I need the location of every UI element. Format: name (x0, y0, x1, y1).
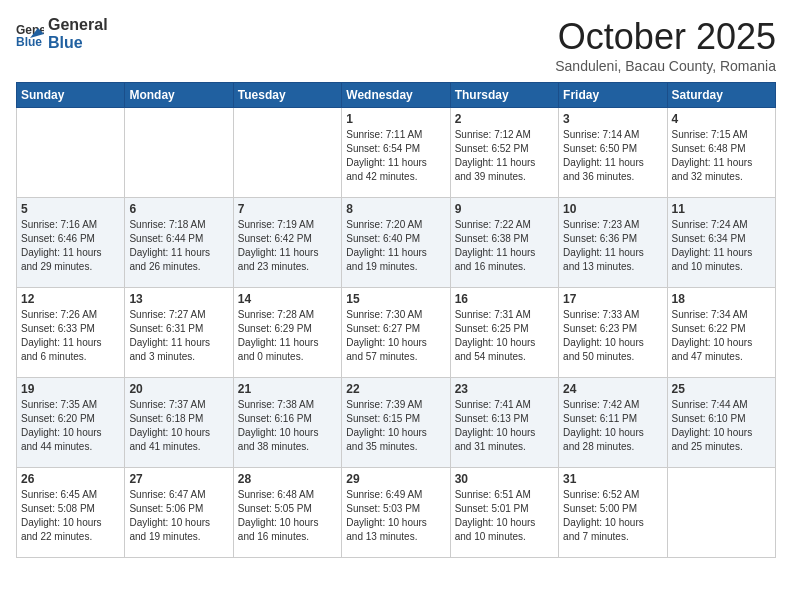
week-row-1: 1Sunrise: 7:11 AM Sunset: 6:54 PM Daylig… (17, 108, 776, 198)
title-area: October 2025 Sanduleni, Bacau County, Ro… (555, 16, 776, 74)
day-number: 8 (346, 202, 445, 216)
day-number: 2 (455, 112, 554, 126)
day-cell-17: 17Sunrise: 7:33 AM Sunset: 6:23 PM Dayli… (559, 288, 667, 378)
day-cell-15: 15Sunrise: 7:30 AM Sunset: 6:27 PM Dayli… (342, 288, 450, 378)
day-info: Sunrise: 7:38 AM Sunset: 6:16 PM Dayligh… (238, 398, 337, 454)
day-cell-31: 31Sunrise: 6:52 AM Sunset: 5:00 PM Dayli… (559, 468, 667, 558)
month-title: October 2025 (555, 16, 776, 58)
day-info: Sunrise: 7:28 AM Sunset: 6:29 PM Dayligh… (238, 308, 337, 364)
day-number: 29 (346, 472, 445, 486)
empty-cell (233, 108, 341, 198)
day-cell-30: 30Sunrise: 6:51 AM Sunset: 5:01 PM Dayli… (450, 468, 558, 558)
day-number: 15 (346, 292, 445, 306)
day-cell-26: 26Sunrise: 6:45 AM Sunset: 5:08 PM Dayli… (17, 468, 125, 558)
day-number: 4 (672, 112, 771, 126)
day-number: 21 (238, 382, 337, 396)
week-row-5: 26Sunrise: 6:45 AM Sunset: 5:08 PM Dayli… (17, 468, 776, 558)
day-cell-18: 18Sunrise: 7:34 AM Sunset: 6:22 PM Dayli… (667, 288, 775, 378)
day-number: 28 (238, 472, 337, 486)
logo: General Blue General Blue (16, 16, 108, 51)
location-subtitle: Sanduleni, Bacau County, Romania (555, 58, 776, 74)
day-cell-9: 9Sunrise: 7:22 AM Sunset: 6:38 PM Daylig… (450, 198, 558, 288)
day-number: 12 (21, 292, 120, 306)
day-cell-14: 14Sunrise: 7:28 AM Sunset: 6:29 PM Dayli… (233, 288, 341, 378)
day-number: 18 (672, 292, 771, 306)
logo-general-text: General (48, 16, 108, 34)
day-cell-24: 24Sunrise: 7:42 AM Sunset: 6:11 PM Dayli… (559, 378, 667, 468)
day-number: 20 (129, 382, 228, 396)
day-cell-2: 2Sunrise: 7:12 AM Sunset: 6:52 PM Daylig… (450, 108, 558, 198)
day-number: 27 (129, 472, 228, 486)
day-cell-3: 3Sunrise: 7:14 AM Sunset: 6:50 PM Daylig… (559, 108, 667, 198)
page-header: General Blue General Blue October 2025 S… (16, 16, 776, 74)
weekday-header-wednesday: Wednesday (342, 83, 450, 108)
day-cell-29: 29Sunrise: 6:49 AM Sunset: 5:03 PM Dayli… (342, 468, 450, 558)
day-number: 6 (129, 202, 228, 216)
day-cell-6: 6Sunrise: 7:18 AM Sunset: 6:44 PM Daylig… (125, 198, 233, 288)
day-cell-8: 8Sunrise: 7:20 AM Sunset: 6:40 PM Daylig… (342, 198, 450, 288)
day-cell-27: 27Sunrise: 6:47 AM Sunset: 5:06 PM Dayli… (125, 468, 233, 558)
day-cell-10: 10Sunrise: 7:23 AM Sunset: 6:36 PM Dayli… (559, 198, 667, 288)
day-info: Sunrise: 7:34 AM Sunset: 6:22 PM Dayligh… (672, 308, 771, 364)
day-info: Sunrise: 6:48 AM Sunset: 5:05 PM Dayligh… (238, 488, 337, 544)
day-cell-20: 20Sunrise: 7:37 AM Sunset: 6:18 PM Dayli… (125, 378, 233, 468)
day-number: 17 (563, 292, 662, 306)
day-cell-4: 4Sunrise: 7:15 AM Sunset: 6:48 PM Daylig… (667, 108, 775, 198)
day-number: 7 (238, 202, 337, 216)
day-info: Sunrise: 7:35 AM Sunset: 6:20 PM Dayligh… (21, 398, 120, 454)
day-info: Sunrise: 7:30 AM Sunset: 6:27 PM Dayligh… (346, 308, 445, 364)
day-info: Sunrise: 7:41 AM Sunset: 6:13 PM Dayligh… (455, 398, 554, 454)
empty-cell (125, 108, 233, 198)
day-info: Sunrise: 6:47 AM Sunset: 5:06 PM Dayligh… (129, 488, 228, 544)
weekday-header-sunday: Sunday (17, 83, 125, 108)
day-number: 10 (563, 202, 662, 216)
week-row-2: 5Sunrise: 7:16 AM Sunset: 6:46 PM Daylig… (17, 198, 776, 288)
weekday-header-friday: Friday (559, 83, 667, 108)
day-number: 16 (455, 292, 554, 306)
day-number: 14 (238, 292, 337, 306)
day-info: Sunrise: 6:45 AM Sunset: 5:08 PM Dayligh… (21, 488, 120, 544)
day-number: 19 (21, 382, 120, 396)
day-number: 3 (563, 112, 662, 126)
week-row-3: 12Sunrise: 7:26 AM Sunset: 6:33 PM Dayli… (17, 288, 776, 378)
day-info: Sunrise: 7:18 AM Sunset: 6:44 PM Dayligh… (129, 218, 228, 274)
day-info: Sunrise: 7:14 AM Sunset: 6:50 PM Dayligh… (563, 128, 662, 184)
day-cell-16: 16Sunrise: 7:31 AM Sunset: 6:25 PM Dayli… (450, 288, 558, 378)
week-row-4: 19Sunrise: 7:35 AM Sunset: 6:20 PM Dayli… (17, 378, 776, 468)
day-info: Sunrise: 7:39 AM Sunset: 6:15 PM Dayligh… (346, 398, 445, 454)
day-cell-5: 5Sunrise: 7:16 AM Sunset: 6:46 PM Daylig… (17, 198, 125, 288)
weekday-header-tuesday: Tuesday (233, 83, 341, 108)
day-info: Sunrise: 7:26 AM Sunset: 6:33 PM Dayligh… (21, 308, 120, 364)
day-info: Sunrise: 7:42 AM Sunset: 6:11 PM Dayligh… (563, 398, 662, 454)
weekday-header-saturday: Saturday (667, 83, 775, 108)
day-number: 23 (455, 382, 554, 396)
day-cell-19: 19Sunrise: 7:35 AM Sunset: 6:20 PM Dayli… (17, 378, 125, 468)
logo-icon: General Blue (16, 20, 44, 48)
day-cell-1: 1Sunrise: 7:11 AM Sunset: 6:54 PM Daylig… (342, 108, 450, 198)
day-number: 9 (455, 202, 554, 216)
day-cell-21: 21Sunrise: 7:38 AM Sunset: 6:16 PM Dayli… (233, 378, 341, 468)
day-number: 30 (455, 472, 554, 486)
day-cell-25: 25Sunrise: 7:44 AM Sunset: 6:10 PM Dayli… (667, 378, 775, 468)
day-number: 25 (672, 382, 771, 396)
day-number: 13 (129, 292, 228, 306)
day-info: Sunrise: 7:23 AM Sunset: 6:36 PM Dayligh… (563, 218, 662, 274)
logo-blue-text: Blue (48, 34, 108, 52)
day-info: Sunrise: 7:37 AM Sunset: 6:18 PM Dayligh… (129, 398, 228, 454)
day-number: 1 (346, 112, 445, 126)
svg-text:Blue: Blue (16, 35, 42, 48)
empty-cell (667, 468, 775, 558)
day-cell-13: 13Sunrise: 7:27 AM Sunset: 6:31 PM Dayli… (125, 288, 233, 378)
day-info: Sunrise: 7:22 AM Sunset: 6:38 PM Dayligh… (455, 218, 554, 274)
day-info: Sunrise: 7:20 AM Sunset: 6:40 PM Dayligh… (346, 218, 445, 274)
day-info: Sunrise: 7:33 AM Sunset: 6:23 PM Dayligh… (563, 308, 662, 364)
day-number: 24 (563, 382, 662, 396)
day-number: 5 (21, 202, 120, 216)
day-cell-22: 22Sunrise: 7:39 AM Sunset: 6:15 PM Dayli… (342, 378, 450, 468)
day-cell-11: 11Sunrise: 7:24 AM Sunset: 6:34 PM Dayli… (667, 198, 775, 288)
day-cell-28: 28Sunrise: 6:48 AM Sunset: 5:05 PM Dayli… (233, 468, 341, 558)
day-info: Sunrise: 7:15 AM Sunset: 6:48 PM Dayligh… (672, 128, 771, 184)
day-info: Sunrise: 7:27 AM Sunset: 6:31 PM Dayligh… (129, 308, 228, 364)
weekday-header-thursday: Thursday (450, 83, 558, 108)
day-cell-23: 23Sunrise: 7:41 AM Sunset: 6:13 PM Dayli… (450, 378, 558, 468)
